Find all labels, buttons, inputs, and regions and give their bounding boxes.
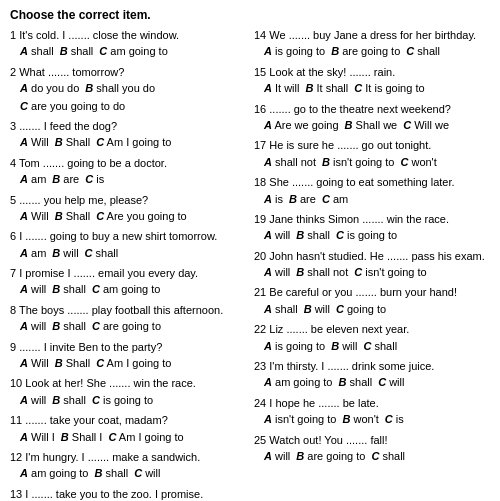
option-item[interactable]: B shall (339, 375, 373, 390)
options-row: A am going toB shallC will (10, 466, 246, 481)
option-item[interactable]: C is going to (336, 228, 397, 243)
option-item[interactable]: C isn't going to (354, 265, 426, 280)
option-text: Am I going to (104, 357, 171, 369)
option-item[interactable]: B are going to (296, 449, 365, 464)
option-item[interactable]: B It shall (305, 81, 348, 96)
option-letter: C (336, 303, 344, 315)
option-item[interactable]: C shall (371, 449, 405, 464)
option-item[interactable]: A Will I (20, 430, 55, 445)
option-item[interactable]: C Am I going to (108, 430, 183, 445)
option-item[interactable]: B Shall (55, 356, 90, 371)
option-item[interactable]: C is (385, 412, 404, 427)
option-item[interactable]: A am (20, 246, 46, 261)
question-text: I hope he ....... be late. (269, 397, 378, 409)
option-item[interactable]: C Will we (403, 118, 449, 133)
option-item[interactable]: C shall (85, 246, 119, 261)
option-text: shall (60, 394, 86, 406)
option-item[interactable]: C won't (400, 155, 436, 170)
option-item[interactable]: B shall (52, 282, 86, 297)
option-item[interactable]: B will (331, 339, 357, 354)
option-item[interactable]: A Will (20, 356, 49, 371)
option-item[interactable]: B will (52, 246, 78, 261)
option-item[interactable]: C Am I going to (96, 356, 171, 371)
option-item[interactable]: C am going to (99, 44, 168, 59)
option-item[interactable]: C It is going to (354, 81, 424, 96)
option-item[interactable]: A do you do (20, 81, 79, 96)
option-letter: B (331, 45, 339, 57)
option-item[interactable]: C is going to (92, 393, 153, 408)
right-column: 14 We ....... buy Jane a dress for her b… (254, 28, 490, 501)
option-item[interactable]: C shall (363, 339, 397, 354)
option-item[interactable]: B shall (52, 319, 86, 334)
option-item[interactable]: B are going to (331, 44, 400, 59)
option-item[interactable]: A It will (264, 81, 299, 96)
option-item[interactable]: C shall (406, 44, 440, 59)
option-item[interactable]: A will (264, 265, 290, 280)
option-item[interactable]: C is (85, 172, 104, 187)
question-item: 20 John hasn't studied. He ....... pass … (254, 249, 490, 281)
option-item[interactable]: A Are we going (264, 118, 339, 133)
option-item[interactable]: A will (20, 282, 46, 297)
question-text: Tom ....... going to be a doctor. (19, 157, 167, 169)
option-item[interactable]: C am (322, 192, 348, 207)
option-item[interactable]: B Shall (55, 135, 90, 150)
option-item[interactable]: A shall not (264, 155, 316, 170)
option-item[interactable]: A am going to (264, 375, 333, 390)
option-item[interactable]: A am (20, 172, 46, 187)
option-item[interactable]: A am going to (20, 466, 89, 481)
question-number: 25 (254, 434, 269, 446)
question-item: 22 Liz ....... be eleven next year.A is … (254, 322, 490, 354)
option-item[interactable]: C are you going to do (20, 99, 125, 114)
option-item[interactable]: A Will (20, 135, 49, 150)
option-item[interactable]: A is going to (264, 339, 325, 354)
option-item[interactable]: A is going to (264, 44, 325, 59)
question-text: It's cold. I ....... close the window. (19, 29, 179, 41)
question-item: 3 ....... I feed the dog?A WillB ShallC … (10, 119, 246, 151)
page-title: Choose the correct item. (10, 8, 490, 22)
option-item[interactable]: B Shall we (345, 118, 398, 133)
options-row: A willB shallC is going to (254, 228, 490, 243)
option-item[interactable]: B shall (296, 228, 330, 243)
option-item[interactable]: C are going to (92, 319, 161, 334)
option-text: shall (346, 376, 372, 388)
options-row: A amB willC shall (10, 246, 246, 261)
left-column: 1 It's cold. I ....... close the window.… (10, 28, 246, 501)
option-item[interactable]: A will (264, 449, 290, 464)
question-text: He is sure he ....... go out tonight. (269, 139, 431, 151)
option-item[interactable]: C going to (336, 302, 386, 317)
option-item[interactable]: B shall you do (85, 81, 155, 96)
option-item[interactable]: B shall (60, 44, 94, 59)
options-row: A willB shallC am going to (10, 282, 246, 297)
option-item[interactable]: A shall (20, 44, 54, 59)
option-letter: A (264, 156, 272, 168)
option-item[interactable]: C Are you going to (96, 209, 187, 224)
option-item[interactable]: B isn't going to (322, 155, 394, 170)
option-item[interactable]: B are (289, 192, 316, 207)
option-item[interactable]: B are (52, 172, 79, 187)
option-item[interactable]: A Will (20, 209, 49, 224)
option-item[interactable]: A will (264, 228, 290, 243)
question-number: 18 (254, 176, 269, 188)
option-item[interactable]: A isn't going to (264, 412, 336, 427)
option-item[interactable]: B Shall (55, 209, 90, 224)
option-item[interactable]: B shall (95, 466, 129, 481)
option-item[interactable]: C am going to (92, 282, 161, 297)
option-item[interactable]: A shall (264, 302, 298, 317)
option-text: am going to (272, 376, 333, 388)
option-item[interactable]: B Shall I (61, 430, 103, 445)
option-item[interactable]: C will (378, 375, 404, 390)
question-item: 25 Watch out! You ....... fall!A willB a… (254, 433, 490, 465)
option-item[interactable]: A will (20, 319, 46, 334)
option-item[interactable]: C Am I going to (96, 135, 171, 150)
option-letter: A (20, 283, 28, 295)
option-item[interactable]: B shall (52, 393, 86, 408)
option-item[interactable]: B shall not (296, 265, 348, 280)
option-item[interactable]: A is (264, 192, 283, 207)
option-item[interactable]: B won't (342, 412, 378, 427)
option-item[interactable]: C will (134, 466, 160, 481)
question-item: 16 ....... go to the theatre next weeken… (254, 102, 490, 134)
option-letter: A (264, 229, 272, 241)
option-item[interactable]: A will (20, 393, 46, 408)
option-item[interactable]: B will (304, 302, 330, 317)
option-text: will (272, 266, 290, 278)
